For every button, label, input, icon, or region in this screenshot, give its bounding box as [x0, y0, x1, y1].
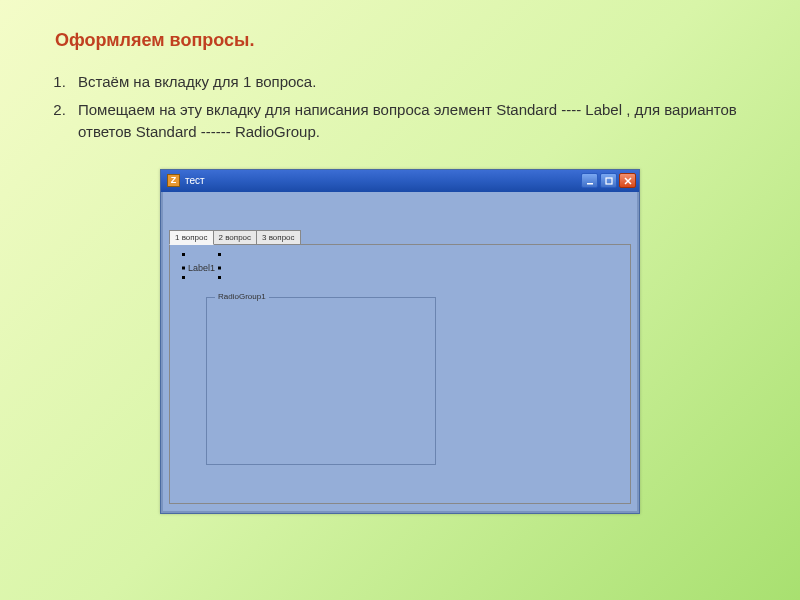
tab-control: 1 вопрос 2 вопрос 3 вопрос Label1 RadioG… [169, 230, 631, 504]
instruction-item-2: Помещаем на эту вкладку для написания во… [70, 99, 755, 144]
maximize-button[interactable] [600, 173, 617, 188]
tab-question-1[interactable]: 1 вопрос [169, 230, 214, 245]
label-component[interactable]: Label1 [186, 263, 217, 273]
instruction-list: Встаём на вкладку для 1 вопроса. Помещае… [70, 71, 755, 144]
tab-question-2[interactable]: 2 вопрос [213, 230, 258, 244]
radiogroup-caption: RadioGroup1 [215, 292, 269, 301]
window-titlebar[interactable]: Z тест [161, 170, 639, 192]
radiogroup-component[interactable]: RadioGroup1 [206, 297, 436, 465]
screenshot-container: Z тест 1 вопрос 2 вопрос 3 в [45, 169, 755, 514]
section-heading: Оформляем вопросы. [55, 30, 755, 51]
window-body: 1 вопрос 2 вопрос 3 вопрос Label1 RadioG… [161, 192, 639, 513]
instruction-item-1: Встаём на вкладку для 1 вопроса. [70, 71, 755, 94]
tab-question-3[interactable]: 3 вопрос [256, 230, 301, 244]
svg-rect-0 [587, 183, 593, 185]
tab-panel: Label1 RadioGroup1 [169, 244, 631, 504]
svg-rect-1 [606, 178, 612, 184]
window-title: тест [185, 175, 205, 186]
app-window: Z тест 1 вопрос 2 вопрос 3 в [160, 169, 640, 514]
app-icon: Z [167, 174, 180, 187]
minimize-button[interactable] [581, 173, 598, 188]
close-button[interactable] [619, 173, 636, 188]
tab-strip: 1 вопрос 2 вопрос 3 вопрос [169, 230, 631, 244]
